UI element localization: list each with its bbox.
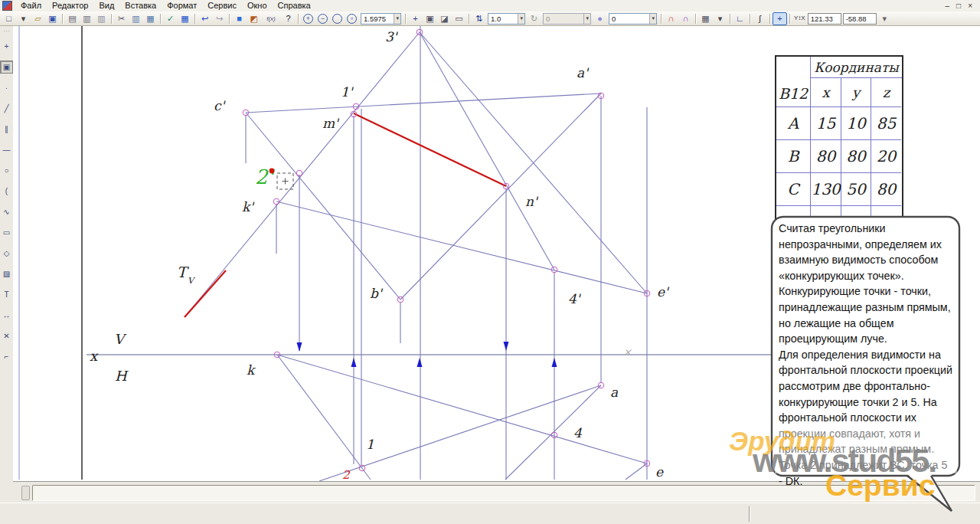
drawing-label: 2	[342, 468, 351, 481]
fx-button[interactable]: f(x)	[261, 12, 281, 25]
save-button[interactable]: ▣	[45, 12, 60, 25]
print-button[interactable]: ▤	[65, 12, 80, 25]
table-row: B 80 80 20	[776, 140, 902, 173]
drawing-label: 1	[366, 437, 374, 452]
context-help-button[interactable]: ?	[281, 12, 296, 25]
callout-paragraph: Конкурирующие точки - точки, принадлежащ…	[779, 283, 954, 346]
menu-edit[interactable]: Редактор	[47, 0, 93, 11]
menu-window[interactable]: Окно	[242, 0, 273, 11]
drawing-label: c'	[214, 98, 227, 113]
drawing-line	[277, 355, 371, 480]
arc-tool-icon[interactable]: (	[0, 185, 13, 198]
status-bar	[0, 503, 980, 524]
aux-line-tool-icon[interactable]: ╱	[0, 102, 13, 115]
line-step-icon[interactable]: ⇅	[472, 12, 486, 25]
cut-button[interactable]: ✂	[114, 12, 129, 25]
step-combo[interactable]: 1.0▾	[488, 13, 525, 25]
new-dropdown[interactable]: ▾	[16, 12, 31, 25]
zoom-selection-button[interactable]	[330, 12, 345, 25]
fillet-tool-icon[interactable]: ⌐	[0, 350, 13, 363]
menu-file[interactable]: Файл	[15, 0, 47, 11]
toolbar-sep	[229, 14, 230, 24]
toolbar-sep	[730, 14, 730, 24]
copy-button[interactable]: ▥	[129, 12, 143, 25]
toolbar-overflow[interactable]: ▾	[877, 12, 892, 25]
variables-button[interactable]: ◩	[247, 12, 261, 25]
image-tool-icon[interactable]: ▣	[0, 61, 13, 74]
segment-tool-icon[interactable]: —	[0, 143, 13, 156]
zoom-out-button[interactable]: −	[315, 12, 330, 25]
open-button[interactable]: ▱	[31, 12, 45, 25]
close-button[interactable]: ×	[968, 2, 972, 10]
layer-combo[interactable]: 0▾	[609, 13, 657, 25]
minimize-button[interactable]: –	[946, 2, 950, 10]
new-document-button[interactable]: □	[2, 12, 16, 25]
coord-y-field[interactable]: -58.88	[843, 13, 877, 25]
undo-button[interactable]: ↩	[198, 12, 212, 25]
coord-x-field[interactable]: 121.33	[808, 13, 841, 25]
insert-table-button[interactable]: ▦	[178, 12, 192, 25]
table-title: Координаты	[811, 57, 902, 78]
point-tool-icon[interactable]: ∙	[0, 81, 13, 94]
format-brush-button[interactable]: ✓	[163, 12, 178, 25]
zoom-in-button[interactable]: +	[301, 12, 315, 25]
angle-combo[interactable]: 0▾	[543, 13, 591, 25]
drawing-label: 1'	[341, 84, 354, 100]
snap-magnet-button[interactable]: ∩	[664, 12, 678, 25]
menu-service[interactable]: Сервис	[202, 0, 242, 11]
menu-insert[interactable]: Вставка	[119, 0, 162, 11]
text-tool-icon[interactable]: T	[0, 288, 13, 301]
circle-tool-icon[interactable]: ○	[0, 164, 13, 177]
drawing-line	[420, 32, 647, 293]
menu-bar: Файл Редактор Вид Вставка Формат Сервис …	[0, 0, 980, 12]
zoom-level-combo[interactable]: 1.5975▾	[361, 13, 401, 25]
rectangle-tool-icon[interactable]: ▭	[0, 226, 13, 239]
spline-mode-button[interactable]: ∫	[753, 12, 767, 25]
restore-button[interactable]: □	[956, 2, 961, 10]
local-csys-button[interactable]: +	[773, 12, 787, 25]
toolbar-sep	[769, 14, 770, 24]
snap-magnet-alt-button[interactable]: ∩	[678, 12, 693, 25]
drawing-label: V	[114, 331, 127, 347]
drawing-line	[277, 355, 647, 463]
command-bar-handle[interactable]	[21, 486, 30, 500]
ortho-button[interactable]: ∟	[733, 12, 747, 25]
projection-arrow-down	[504, 342, 509, 351]
toolbar-sep	[194, 14, 195, 24]
menu-view[interactable]: Вид	[93, 0, 119, 11]
drawing-label: e'	[657, 284, 670, 300]
print-preview-button[interactable]: ▥	[80, 12, 94, 25]
drawing-label: b'	[370, 286, 384, 301]
trim-tool-icon[interactable]: ✕	[0, 329, 13, 342]
menu-help[interactable]: Справка	[273, 0, 316, 11]
select-tool-icon[interactable]: +	[0, 40, 13, 53]
kompas-sheet-button[interactable]: ■	[232, 12, 247, 25]
table-col-z: z	[871, 78, 901, 107]
document-properties-button[interactable]: ▥	[94, 12, 109, 25]
status-divider	[749, 506, 750, 522]
spline-tool-icon[interactable]: ∿	[0, 205, 13, 218]
paste-button[interactable]: ▦	[143, 12, 158, 25]
rotate-icon[interactable]: ↻	[527, 12, 541, 25]
show-page-button[interactable]: ◪	[437, 12, 452, 25]
app-icon	[2, 1, 12, 11]
pan-button[interactable]: +	[408, 12, 423, 25]
toolbar-sep	[298, 14, 299, 24]
parallel-line-tool-icon[interactable]: ∥	[0, 123, 13, 136]
redo-button[interactable]: ↪	[212, 12, 227, 25]
polygon-tool-icon[interactable]: ◇	[0, 247, 13, 260]
hatch-tool-icon[interactable]: ▨	[0, 267, 13, 280]
coordinates-table: B12 Координаты x y z A 15 10 85 B 80 80 …	[775, 55, 903, 241]
previous-view-button[interactable]: ▭	[452, 12, 466, 25]
grid-button[interactable]: ▦	[698, 12, 713, 25]
dimension-tool-icon[interactable]: ↔	[0, 309, 13, 322]
projection-arrow-down	[297, 342, 302, 352]
refresh-view-button[interactable]: ▣	[423, 12, 437, 25]
drawing-label: 4	[573, 425, 583, 440]
zoom-area-button[interactable]: ▫	[345, 12, 359, 25]
grid-dropdown[interactable]: ▾	[713, 12, 727, 25]
menu-format[interactable]: Формат	[162, 0, 202, 11]
toolbar-sep	[789, 14, 790, 24]
drawing-label: m'	[322, 116, 340, 131]
sphere-icon[interactable]: ●	[593, 12, 607, 25]
